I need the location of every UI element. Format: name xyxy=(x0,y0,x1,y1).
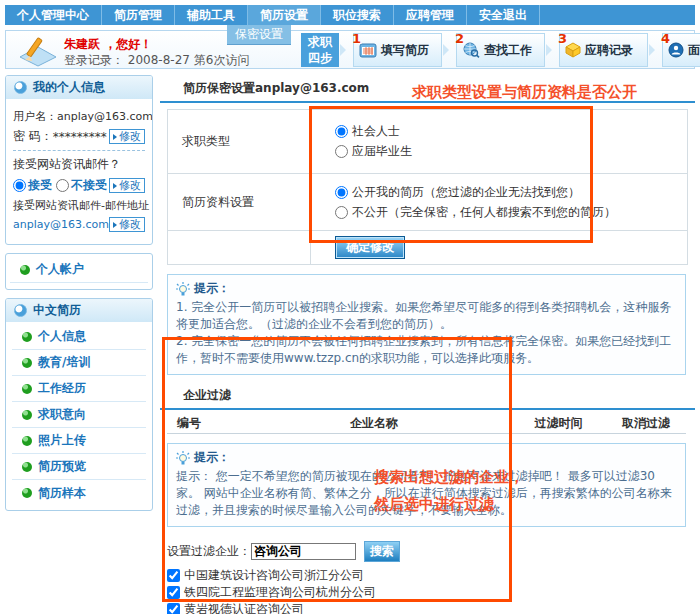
public-radio[interactable] xyxy=(335,186,348,199)
step-find-job[interactable]: 2 查找工作 xyxy=(456,33,545,67)
green-dot-icon xyxy=(22,436,32,446)
username-row: 用户名：anplay@163.com xyxy=(13,109,145,124)
sidebar-item-education[interactable]: 教育/培训 xyxy=(12,350,146,376)
green-dot-icon xyxy=(22,358,32,368)
arrow-right-icon xyxy=(113,134,117,140)
sidebar-item-label: 个人信息 xyxy=(38,328,86,345)
accept-radio[interactable] xyxy=(13,179,26,192)
company-filter-title: 企业过滤 xyxy=(183,387,695,404)
submenu-privacy-settings[interactable]: 保密设置 xyxy=(227,25,291,44)
green-dot-icon xyxy=(22,488,32,498)
tip-box-privacy: 提示： 1. 完全公开一简历可以被招聘企业搜索。如果您希望尽可能多的得到各类招聘… xyxy=(167,274,686,375)
filter-search-input[interactable] xyxy=(251,543,356,560)
column-header-id: 编号 xyxy=(167,415,237,432)
step-interview-chances[interactable]: 4 面试机会 xyxy=(662,33,700,67)
sidebar-item-label: 简历预览 xyxy=(38,458,86,475)
top-nav: 个人管理中心 简历管理 辅助工具 简历设置 职位搜索 应聘管理 安全退出 xyxy=(5,5,695,25)
mail-accept-row: 接受 不接受 修改 xyxy=(13,177,145,194)
step-number: 4 xyxy=(661,31,670,46)
nav-tab-apply-manage[interactable]: 应聘管理 xyxy=(394,5,467,25)
step-number: 2 xyxy=(455,31,464,46)
sidebar-item-photo-upload[interactable]: 照片上传 xyxy=(12,428,146,454)
nav-filler xyxy=(540,5,695,25)
empty-label-cell xyxy=(168,231,311,265)
company-checkbox[interactable] xyxy=(167,569,180,582)
chinese-resume-title: 中文简历 xyxy=(33,302,81,319)
login-record-value: 2008-8-27 第6次访问 xyxy=(128,53,250,67)
sidebar-item-personal-info[interactable]: 个人信息 xyxy=(12,324,146,350)
yellow-cube-icon xyxy=(565,42,581,58)
green-dot-icon xyxy=(20,265,30,275)
private-radio[interactable] xyxy=(335,206,348,219)
filter-tip-body: 提示： 您一定不希望您的简历被现在的公司看到，把她写进来过滤掉吧！ 最多可以过滤… xyxy=(176,468,675,519)
nav-tab-job-search[interactable]: 职位搜索 xyxy=(321,5,394,25)
tip-box-filter: 提示： 提示： 您一定不希望您的简历被现在的公司看到，把她写进来过滤掉吧！ 最多… xyxy=(167,443,686,527)
sidebar-item-personal-account[interactable]: 个人帐户 xyxy=(10,257,148,283)
green-dot-icon xyxy=(22,332,32,342)
modify-password-button[interactable]: 修改 xyxy=(109,129,145,144)
column-header-company-name: 企业名称 xyxy=(237,415,511,432)
modify-label: 修改 xyxy=(119,130,141,143)
company-checkbox[interactable] xyxy=(167,586,180,599)
sidebar-item-resume-preview[interactable]: 简历预览 xyxy=(12,454,146,480)
modify-label: 修改 xyxy=(119,218,141,231)
graduate-radio[interactable] xyxy=(335,145,348,158)
arrow-right-icon xyxy=(113,183,117,189)
table-row: 简历资料设置 公开我的简历（您过滤的企业无法找到您） 不公开（完全保密，任何人都… xyxy=(168,174,688,231)
step-fill-resume[interactable]: 1 填写简历 xyxy=(353,33,442,67)
nav-tab-logout[interactable]: 安全退出 xyxy=(467,5,540,25)
company-checkbox-list: 中国建筑设计咨询公司浙江分公司 铁四院工程监理咨询公司杭州分公司 黄岩视德认证咨… xyxy=(167,567,695,614)
jobtype-label: 求职类型 xyxy=(168,110,311,174)
sidebar-item-job-intention[interactable]: 求职意向 xyxy=(12,402,146,428)
nav-tab-resume-manage[interactable]: 简历管理 xyxy=(102,5,175,25)
table-row: 求职类型 社会人士 应届毕业生 xyxy=(168,110,688,174)
mail-addr-value: anplay@163.com xyxy=(13,218,109,231)
filter-search-row: 设置过滤企业： 搜索 xyxy=(167,541,695,562)
confirm-modify-button[interactable]: 确定修改 xyxy=(335,236,405,259)
job-steps-title-line1: 求职 xyxy=(301,34,339,50)
green-dot-icon xyxy=(22,462,32,472)
modify-mail-addr-button[interactable]: 修改 xyxy=(109,217,145,232)
graduate-label: 应届毕业生 xyxy=(352,143,412,160)
step-number: 1 xyxy=(352,31,361,46)
nav-tab-tools[interactable]: 辅助工具 xyxy=(175,5,248,25)
chevron-right-icon xyxy=(649,44,655,56)
sidebar-item-work-experience[interactable]: 工作经历 xyxy=(12,376,146,402)
mail-addr-label-row: 接受网站资讯邮件-邮件地址 xyxy=(13,198,145,213)
tip-line-1: 1. 完全公开一简历可以被招聘企业搜索。如果您希望尽可能多的得到各类招聘机会，这… xyxy=(176,299,675,333)
main-content: 简历保密设置anplay@163.com 求职类型 社会人士 应届毕业生 简历资… xyxy=(160,80,695,614)
step-label: 填写简历 xyxy=(381,42,429,59)
search-button[interactable]: 搜索 xyxy=(364,541,400,562)
divider xyxy=(13,150,145,151)
sidebar-chinese-resume-box: 中文简历 个人信息 教育/培训 工作经历 求职意向 照片上传 简历预览 简历样本 xyxy=(5,298,153,511)
person-circle-icon xyxy=(668,42,684,58)
chevron-right-icon xyxy=(443,44,449,56)
reject-radio[interactable] xyxy=(56,179,69,192)
society-radio[interactable] xyxy=(335,125,348,138)
sidebar-item-label: 照片上传 xyxy=(38,432,86,449)
job-steps-title-line2: 四步 xyxy=(301,50,339,66)
lightbulb-icon xyxy=(176,451,190,465)
job-steps: 求职 四步 1 填写简历 2 查找工作 3 应聘记录 4 面试机会 xyxy=(301,33,700,67)
password-label: 密 码： xyxy=(13,128,53,145)
privacy-label: 简历资料设置 xyxy=(168,174,311,231)
company-name: 黄岩视德认证咨询公司 xyxy=(184,601,304,614)
jobtype-option-graduate: 应届毕业生 xyxy=(335,142,687,162)
mail-question: 接受网站资讯邮件？ xyxy=(13,156,121,173)
society-label: 社会人士 xyxy=(352,123,400,140)
filter-search-label: 设置过滤企业： xyxy=(167,543,251,560)
column-header-filter-time: 过滤时间 xyxy=(511,415,606,432)
sidebar-personal-info-title: 我的个人信息 xyxy=(33,79,105,96)
pencil-pad-icon xyxy=(18,35,58,67)
company-checkbox[interactable] xyxy=(167,603,180,614)
nav-tab-personal-center[interactable]: 个人管理中心 xyxy=(5,5,102,25)
title-underline xyxy=(160,101,695,103)
nav-tab-resume-settings[interactable]: 简历设置 xyxy=(248,5,321,25)
sidebar-item-label: 教育/培训 xyxy=(38,354,90,371)
modify-mail-accept-button[interactable]: 修改 xyxy=(109,178,145,193)
sidebar: 我的个人信息 用户名：anplay@163.com 密 码：********* … xyxy=(5,75,153,519)
green-dot-icon xyxy=(22,384,32,394)
step-apply-records[interactable]: 3 应聘记录 xyxy=(559,33,648,67)
arrow-right-icon xyxy=(113,222,117,228)
sidebar-item-resume-sample[interactable]: 简历样本 xyxy=(12,480,146,506)
